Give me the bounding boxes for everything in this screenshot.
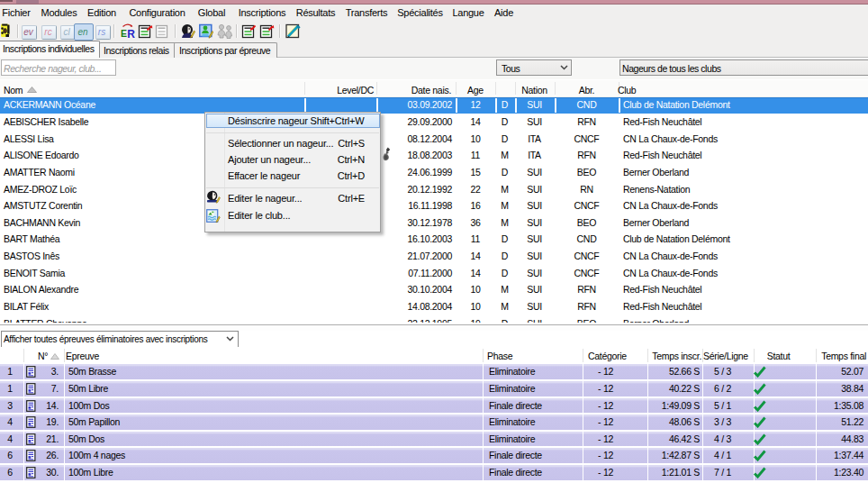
svg-text:R: R	[127, 28, 135, 39]
svg-text:E: E	[121, 28, 127, 39]
